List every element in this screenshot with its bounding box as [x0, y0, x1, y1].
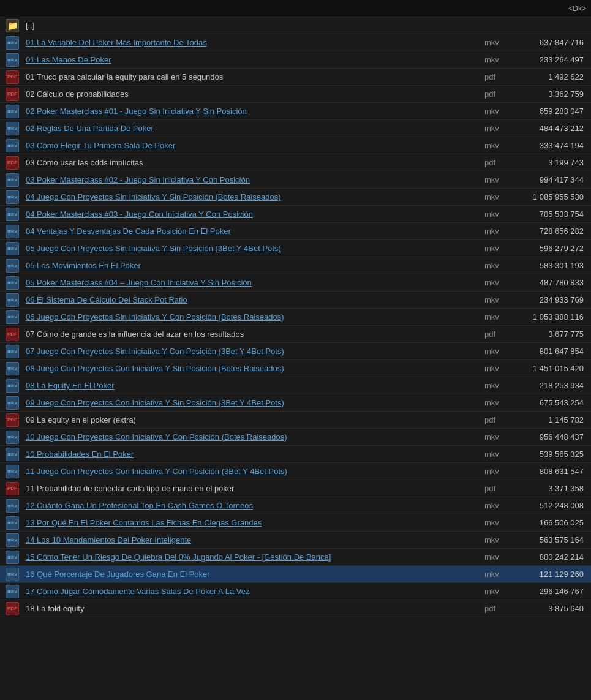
list-item[interactable]: mkv08 La Equity En El Pokermkv218 253 93…	[0, 377, 591, 394]
list-item[interactable]: mkv17 Cómo Jugar Cómodamente Varias Sala…	[0, 583, 591, 600]
list-item[interactable]: mkv02 Poker Masterclass #01 - Juego Sin …	[0, 103, 591, 120]
mkv-icon: mkv	[2, 345, 22, 358]
file-name: 07 Juego Con Proyectos Sin Iniciativa Y …	[22, 347, 484, 356]
file-type: mkv	[484, 381, 515, 390]
pdf-icon: PDF	[2, 482, 22, 495]
list-item[interactable]: mkv05 Los Movimientos En El Pokermkv583 …	[0, 257, 591, 274]
list-item[interactable]: mkv03 Cómo Elegir Tu Primera Sala De Pok…	[0, 137, 591, 154]
list-item[interactable]: mkv07 Juego Con Proyectos Sin Iniciativa…	[0, 343, 591, 360]
file-type: pdf	[484, 329, 515, 339]
file-type: mkv	[484, 55, 515, 64]
top-bar-row: <Dk>	[0, 0, 591, 17]
mkv-icon: mkv	[2, 448, 22, 461]
list-item[interactable]: PDF07 Cómo de grande es la influencia de…	[0, 326, 591, 343]
mkv-icon: mkv	[2, 122, 22, 135]
list-item[interactable]: mkv02 Reglas De Una Partida De Pokermkv4…	[0, 120, 591, 137]
file-name: 08 La Equity En El Poker	[22, 381, 484, 390]
list-item[interactable]: 📁[..]	[0, 17, 591, 34]
file-type: mkv	[484, 295, 515, 304]
file-name: 09 La equity en el poker (extra)	[22, 415, 484, 424]
file-type: mkv	[484, 347, 515, 356]
list-item[interactable]: mkv05 Poker Masterclass #04 – Juego Con …	[0, 274, 591, 292]
mkv-icon: mkv	[2, 36, 22, 50]
list-item[interactable]: mkv04 Ventajas Y Desventajas De Cada Pos…	[0, 223, 591, 240]
file-size: 705 533 754	[515, 209, 589, 219]
mkv-icon: mkv	[2, 516, 22, 530]
list-item[interactable]: mkv06 Juego Con Proyectos Sin Iniciativa…	[0, 309, 591, 326]
list-item[interactable]: PDF11 Probabilidad de conectar cada tipo…	[0, 480, 591, 497]
file-type: mkv	[484, 398, 515, 407]
mkv-icon: mkv	[2, 310, 22, 324]
list-item[interactable]: mkv03 Poker Masterclass #02 - Juego Sin …	[0, 171, 591, 189]
file-name: 11 Probabilidad de conectar cada tipo de…	[22, 484, 484, 493]
file-name: 01 Truco para calcular la equity para ca…	[22, 72, 484, 81]
mkv-icon: mkv	[2, 105, 22, 118]
file-size: 121 129 260	[515, 570, 589, 579]
file-type: mkv	[484, 364, 515, 373]
pdf-icon: PDF	[2, 413, 22, 427]
file-name: 11 Juego Con Proyectos Con Iniciativa Y …	[22, 467, 484, 476]
mkv-icon: mkv	[2, 53, 22, 67]
file-size: 1 492 622	[515, 72, 589, 81]
file-size: 563 575 164	[515, 535, 589, 544]
list-item[interactable]: mkv05 Juego Con Proyectos Sin Iniciativa…	[0, 240, 591, 257]
list-item[interactable]: PDF18 La fold equitypdf3 875 640	[0, 600, 591, 617]
file-type: mkv	[484, 518, 515, 527]
file-name: 02 Poker Masterclass #01 - Juego Sin Ini…	[22, 107, 484, 116]
file-name: 04 Poker Masterclass #03 - Juego Con Ini…	[22, 209, 484, 219]
file-size: 808 631 547	[515, 467, 589, 476]
list-item[interactable]: mkv01 La Variable Del Poker Más Importan…	[0, 34, 591, 51]
file-size: 512 248 008	[515, 501, 589, 510]
file-name: 06 Juego Con Proyectos Sin Iniciativa Y …	[22, 312, 484, 322]
pdf-icon: PDF	[2, 70, 22, 84]
list-item[interactable]: mkv15 Cómo Tener Un Riesgo De Quiebra De…	[0, 549, 591, 566]
file-size: 583 301 193	[515, 261, 589, 270]
folder-icon: 📁	[2, 19, 22, 32]
list-item[interactable]: mkv11 Juego Con Proyectos Con Iniciativa…	[0, 463, 591, 480]
file-name: 05 Los Movimientos En El Poker	[22, 261, 484, 270]
file-size: 487 780 833	[515, 278, 589, 287]
list-item[interactable]: mkv08 Juego Con Proyectos Con Iniciativa…	[0, 360, 591, 377]
file-type: pdf	[484, 72, 515, 81]
mkv-icon: mkv	[2, 362, 22, 375]
file-size: 1 085 955 530	[515, 192, 589, 201]
list-item[interactable]: mkv06 El Sistema De Cálculo Del Stack Po…	[0, 292, 591, 309]
list-item[interactable]: mkv04 Poker Masterclass #03 - Juego Con …	[0, 206, 591, 223]
file-name: 05 Juego Con Proyectos Sin Iniciativa Y …	[22, 244, 484, 253]
mkv-icon: mkv	[2, 208, 22, 221]
file-type: mkv	[484, 432, 515, 442]
list-item[interactable]: mkv10 Juego Con Proyectos Con Iniciativa…	[0, 429, 591, 446]
list-item[interactable]: mkv12 Cuánto Gana Un Profesional Top En …	[0, 497, 591, 514]
list-item[interactable]: mkv16 Qué Porcentaje De Jugadores Gana E…	[0, 566, 591, 583]
list-item[interactable]: mkv13 Por Qué En El Poker Contamos Las F…	[0, 514, 591, 532]
file-name: 04 Juego Con Proyectos Sin Iniciativa Y …	[22, 192, 484, 201]
list-item[interactable]: PDF01 Truco para calcular la equity para…	[0, 69, 591, 86]
file-type: mkv	[484, 141, 515, 150]
file-name: [..]	[22, 21, 589, 30]
list-item[interactable]: mkv10 Probabilidades En El Pokermkv539 5…	[0, 446, 591, 463]
list-item[interactable]: mkv14 Los 10 Mandamientos Del Poker Inte…	[0, 532, 591, 549]
list-item[interactable]: PDF03 Cómo usar las odds implícitaspdf3 …	[0, 154, 591, 171]
list-item[interactable]: mkv09 Juego Con Proyectos Con Iniciativa…	[0, 394, 591, 412]
file-size: 234 933 769	[515, 295, 589, 304]
file-name: 10 Juego Con Proyectos Con Iniciativa Y …	[22, 432, 484, 442]
mkv-icon: mkv	[2, 293, 22, 307]
list-item[interactable]: PDF09 La equity en el poker (extra)pdf1 …	[0, 412, 591, 429]
file-name: 06 El Sistema De Cálculo Del Stack Pot R…	[22, 295, 484, 304]
file-type: mkv	[484, 552, 515, 562]
mkv-icon: mkv	[2, 585, 22, 598]
list-item[interactable]: PDF02 Cálculo de probabilidadespdf3 362 …	[0, 86, 591, 103]
file-type: mkv	[484, 107, 515, 116]
file-name: 14 Los 10 Mandamientos Del Poker Intelig…	[22, 535, 484, 544]
mkv-icon: mkv	[2, 533, 22, 547]
file-size: 484 473 212	[515, 124, 589, 133]
file-type: mkv	[484, 227, 515, 236]
mkv-icon: mkv	[2, 431, 22, 444]
file-type: mkv	[484, 278, 515, 287]
mkv-icon: mkv	[2, 499, 22, 513]
top-label: <Dk>	[568, 4, 586, 13]
file-name: 05 Poker Masterclass #04 – Juego Con Ini…	[22, 278, 484, 287]
file-name: 18 La fold equity	[22, 604, 484, 613]
list-item[interactable]: mkv04 Juego Con Proyectos Sin Iniciativa…	[0, 189, 591, 206]
list-item[interactable]: mkv01 Las Manos De Pokermkv233 264 497	[0, 51, 591, 69]
